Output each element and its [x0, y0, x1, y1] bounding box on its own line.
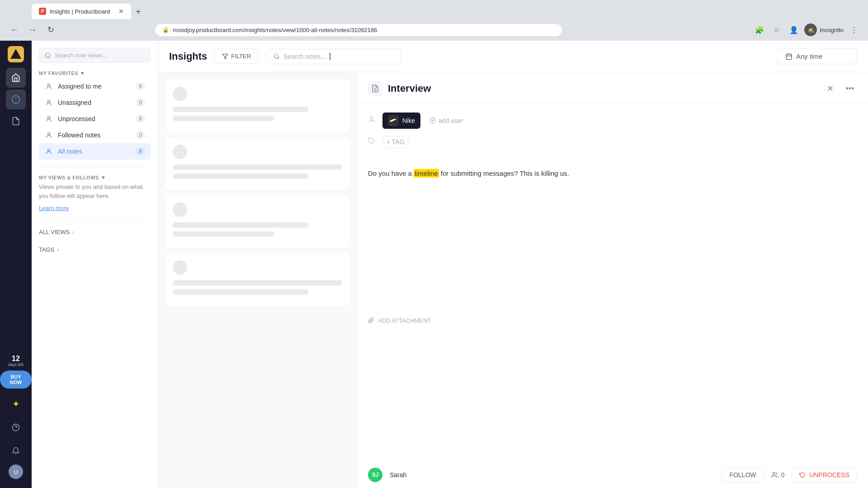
company-badge[interactable]: Nike — [382, 113, 420, 129]
add-tag-button[interactable]: + TAG — [382, 136, 409, 148]
meta-company-row: Nike add user — [368, 113, 857, 129]
add-user-button[interactable]: add user — [426, 115, 467, 126]
followed-count: 0 — [136, 131, 145, 139]
sidebar: Search note views... MY FAVORITES ▾ Assi… — [32, 41, 158, 488]
address-bar[interactable]: 🔒 moodjoy.productboard.com/insights/note… — [155, 24, 562, 36]
note-meta: Nike add user + TAG — [357, 103, 868, 157]
list-item[interactable] — [165, 137, 349, 190]
all-notes-icon — [44, 147, 53, 156]
all-views-section: ALL VIEWS › — [32, 223, 158, 241]
author-name: Sarah — [390, 471, 406, 479]
note-text-part-2: for submitting messages? This is killing… — [439, 169, 569, 177]
skeleton-avatar — [173, 145, 187, 159]
assigned-icon — [44, 82, 53, 91]
my-favorites-chevron: ▾ — [81, 70, 84, 76]
tag-meta-icon — [368, 137, 377, 146]
sidebar-search-area: Search note views... — [32, 41, 158, 66]
any-time-button[interactable]: Any time — [776, 48, 857, 64]
all-views-chevron: › — [72, 229, 74, 235]
back-button[interactable]: ← — [7, 23, 22, 37]
my-views-label: MY VIEWS & FOLLOWS — [39, 175, 99, 180]
tags-section: TAGS › — [32, 241, 158, 258]
my-favorites-header[interactable]: MY FAVORITES ▾ — [39, 70, 151, 76]
list-item[interactable] — [165, 195, 349, 248]
my-views-chevron: ▾ — [102, 174, 105, 181]
tab-favicon: P — [39, 8, 46, 15]
sidebar-item-assigned[interactable]: Assigned to me 6 — [39, 78, 151, 94]
all-notes-label: All notes — [58, 148, 131, 155]
search-cursor — [330, 53, 330, 60]
skeleton-line — [173, 222, 308, 228]
add-attachment-button[interactable]: ADD ATTACHMENT — [368, 317, 857, 324]
trial-days-label: days left — [8, 362, 24, 367]
notes-search-input[interactable]: Search notes... — [266, 49, 401, 64]
profile-button[interactable]: 👤 — [787, 23, 801, 37]
learn-more-link[interactable]: Learn more — [39, 205, 69, 211]
app-logo[interactable] — [8, 46, 24, 62]
my-views-header[interactable]: MY VIEWS & FOLLOWS ▾ — [39, 174, 151, 181]
note-text-part-1: Do you have a — [368, 169, 414, 177]
sidebar-item-unprocessed[interactable]: Unprocessed 6 — [39, 111, 151, 127]
svg-point-12 — [47, 133, 50, 135]
skeleton-avatar — [173, 87, 187, 101]
notifications-icon[interactable] — [6, 441, 26, 461]
skeleton-avatar — [173, 260, 187, 275]
sidebar-item-unassigned[interactable]: Unassigned 0 — [39, 94, 151, 111]
unassigned-label: Unassigned — [58, 99, 131, 106]
more-options-button[interactable]: ••• — [843, 81, 857, 96]
sidebar-item-followed[interactable]: Followed notes 0 — [39, 127, 151, 143]
skeleton-line — [173, 174, 308, 179]
tags-link[interactable]: TAGS › — [39, 244, 151, 255]
note-highlight-timeline: timeline — [414, 169, 439, 178]
sidebar-search-input[interactable]: Search note views... — [39, 48, 151, 63]
lock-icon: 🔒 — [162, 27, 169, 33]
svg-marker-14 — [223, 54, 228, 59]
svg-point-28 — [773, 472, 775, 474]
new-tab-button[interactable]: + — [133, 5, 144, 19]
all-views-label: ALL VIEWS — [39, 229, 70, 235]
sparkle-icon[interactable]: ✦ — [6, 394, 26, 414]
company-logo — [388, 115, 399, 126]
sidebar-item-all-notes[interactable]: All notes 8 — [39, 143, 151, 160]
sidebar-item-home[interactable] — [6, 68, 26, 88]
filter-button[interactable]: FILTER — [214, 49, 259, 64]
follow-count: 0 — [771, 471, 785, 479]
list-item[interactable] — [165, 80, 349, 132]
follow-button[interactable]: FOLLOW — [722, 467, 764, 483]
trial-days-number: 12 — [12, 355, 20, 362]
follow-count-number: 0 — [781, 471, 785, 479]
buy-now-button[interactable]: BUY NOW — [0, 371, 32, 389]
forward-button[interactable]: → — [25, 23, 40, 37]
add-user-label: add user — [439, 117, 463, 124]
refresh-button[interactable]: ↻ — [43, 23, 58, 37]
close-note-button[interactable]: ✕ — [823, 81, 837, 96]
sidebar-item-notes[interactable] — [6, 111, 26, 131]
page-title: Insights — [169, 51, 207, 62]
content-spacer — [357, 331, 868, 462]
note-header-actions: ✕ ••• — [823, 81, 857, 96]
menu-button[interactable]: ⋮ — [847, 23, 861, 37]
sidebar-item-insights[interactable] — [6, 89, 26, 109]
tab-close-button[interactable]: ✕ — [118, 8, 124, 15]
followed-icon — [44, 131, 53, 140]
user-avatar[interactable]: U — [9, 465, 23, 479]
extensions-button[interactable]: 🧩 — [753, 23, 766, 37]
my-favorites-section: MY FAVORITES ▾ Assigned to me 6 Unassign… — [32, 66, 158, 163]
list-item[interactable] — [165, 253, 349, 305]
any-time-label: Any time — [796, 52, 822, 60]
unprocessed-count: 6 — [136, 115, 145, 123]
meta-tag-row: + TAG — [368, 136, 857, 148]
followed-label: Followed notes — [58, 131, 131, 139]
all-views-link[interactable]: ALL VIEWS › — [39, 227, 151, 237]
unprocess-button[interactable]: UNPROCESS — [792, 467, 857, 483]
svg-point-15 — [274, 54, 278, 58]
incognito-label: Incognito — [820, 27, 844, 33]
assigned-label: Assigned to me — [58, 83, 131, 90]
company-name: Nike — [402, 117, 415, 124]
bookmark-button[interactable]: ☆ — [770, 23, 783, 37]
help-icon[interactable] — [6, 418, 26, 437]
url-text: moodjoy.productboard.com/insights/notes/… — [173, 27, 377, 33]
active-tab[interactable]: P Insights | Productboard ✕ — [32, 4, 131, 19]
skeleton-line — [173, 116, 274, 121]
skeleton-line — [173, 107, 308, 112]
